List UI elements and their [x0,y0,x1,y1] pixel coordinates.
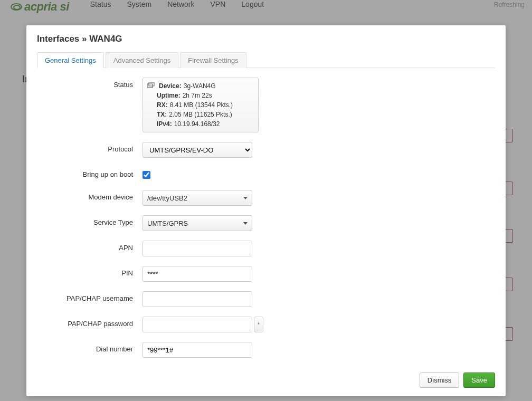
pap-username-input[interactable] [142,291,252,307]
apn-input[interactable] [142,241,252,256]
row-pap-username: PAP/CHAP username [37,291,495,307]
status-device-value: 3g-WAN4G [184,81,216,91]
row-protocol: Protocol UMTS/GPRS/EV-DO [37,142,495,158]
modal-tabs: General Settings Advanced Settings Firew… [37,52,495,68]
chevron-down-icon [243,197,248,199]
save-button[interactable]: Save [463,373,495,388]
modem-device-combo[interactable]: /dev/ttyUSB2 [142,190,252,206]
status-uptime-label: Uptime: [157,91,180,100]
row-bring-up: Bring up on boot [37,167,495,180]
modal-footer: Dismiss Save [37,373,495,388]
row-pap-password: PAP/CHAP password * [37,317,495,332]
network-icon [147,82,155,89]
label-pap-user: PAP/CHAP username [37,291,142,302]
row-status: Status Device: 3g-WAN4G Uptime: 2h 7m 22… [37,78,495,132]
label-apn: APN [37,241,142,252]
label-service: Service Type [37,215,142,226]
service-type-combo[interactable]: UMTS/GPRS [142,215,252,231]
status-uptime-value: 2h 7m 22s [183,91,212,100]
status-ipv4-label: IPv4: [157,119,172,129]
row-service-type: Service Type UMTS/GPRS [37,215,495,231]
status-tx-label: TX: [157,110,167,119]
label-status: Status [37,78,142,89]
label-dial: Dial number [37,342,142,353]
status-box: Device: 3g-WAN4G Uptime: 2h 7m 22s RX: 8… [142,78,259,132]
row-modem-device: Modem device /dev/ttyUSB2 [37,190,495,206]
row-apn: APN [37,241,495,256]
row-pin: PIN [37,266,495,282]
label-pin: PIN [37,266,142,277]
label-protocol: Protocol [37,142,142,153]
status-tx-value: 2.05 MB (11625 Pkts.) [169,110,232,119]
row-dial-number: Dial number [37,342,495,358]
chevron-down-icon [243,222,248,225]
bring-up-checkbox[interactable] [142,171,150,179]
modal-title: Interfaces » WAN4G [37,34,495,44]
label-pap-pass: PAP/CHAP password [37,317,142,328]
dial-number-input[interactable] [142,342,252,358]
service-type-value: UMTS/GPRS [147,219,188,227]
status-rx-value: 8.41 MB (13544 Pkts.) [170,100,233,110]
password-reveal-button[interactable]: * [254,317,263,332]
tab-general-settings[interactable]: General Settings [37,52,104,68]
interface-edit-modal: Interfaces » WAN4G General Settings Adva… [26,25,506,396]
pap-password-input[interactable] [142,317,252,332]
label-modem: Modem device [37,190,142,201]
pin-input[interactable] [142,266,252,282]
status-rx-label: RX: [157,100,168,110]
status-device-label: Device: [159,81,182,91]
status-ipv4-value: 10.19.94.168/32 [174,119,220,129]
label-bring-up: Bring up on boot [37,167,142,178]
modem-device-value: /dev/ttyUSB2 [147,194,187,202]
dismiss-button[interactable]: Dismiss [420,373,460,388]
tab-advanced-settings[interactable]: Advanced Settings [106,52,178,68]
tab-firewall-settings[interactable]: Firewall Settings [180,52,246,68]
protocol-select[interactable]: UMTS/GPRS/EV-DO [142,142,252,158]
